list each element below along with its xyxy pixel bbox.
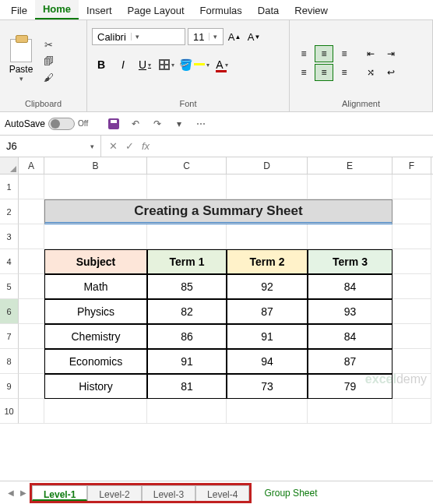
- cell[interactable]: [227, 174, 308, 199]
- row-header[interactable]: 5: [0, 274, 19, 299]
- increase-font-button[interactable]: A▲: [226, 28, 243, 45]
- sheet-tab-level-4[interactable]: Level-4: [195, 485, 249, 501]
- cell[interactable]: [308, 224, 393, 249]
- format-painter-button[interactable]: [40, 71, 56, 85]
- cell[interactable]: [44, 399, 147, 424]
- cell[interactable]: [19, 399, 44, 424]
- cell[interactable]: [147, 399, 227, 424]
- font-name-combo[interactable]: Calibri ▾: [92, 28, 185, 45]
- cell[interactable]: 91: [227, 324, 308, 349]
- increase-indent-button[interactable]: ⇥: [382, 45, 400, 62]
- cell[interactable]: [19, 374, 44, 399]
- row-header[interactable]: 4: [0, 249, 19, 274]
- tab-page-layout[interactable]: Page Layout: [120, 2, 192, 19]
- cell[interactable]: [393, 399, 431, 424]
- cell[interactable]: 79: [308, 374, 393, 399]
- align-center-button[interactable]: ≡: [315, 64, 333, 81]
- row-header[interactable]: 1: [0, 174, 19, 199]
- cell[interactable]: [19, 224, 44, 249]
- cell[interactable]: Economics: [44, 349, 147, 374]
- cell[interactable]: 94: [227, 349, 308, 374]
- cell[interactable]: [19, 249, 44, 274]
- decrease-indent-button[interactable]: ⇤: [361, 45, 380, 62]
- cell[interactable]: [19, 299, 44, 324]
- font-size-combo[interactable]: 11 ▾: [188, 28, 224, 45]
- tab-nav-prev[interactable]: ◀: [5, 488, 17, 497]
- row-header[interactable]: 6: [0, 299, 19, 324]
- fx-label[interactable]: fx: [142, 140, 150, 152]
- row-header[interactable]: 7: [0, 324, 19, 349]
- tab-data[interactable]: Data: [250, 2, 287, 19]
- col-header[interactable]: C: [147, 157, 227, 174]
- align-middle-button[interactable]: ≡: [315, 45, 333, 62]
- row-header[interactable]: 10: [0, 399, 19, 424]
- cut-button[interactable]: [40, 38, 56, 52]
- cell[interactable]: [393, 324, 431, 349]
- tab-home[interactable]: Home: [35, 0, 79, 19]
- fill-color-button[interactable]: 🪣▾: [179, 56, 209, 73]
- qat-more[interactable]: ⋯: [192, 115, 209, 132]
- tab-review[interactable]: Review: [287, 2, 336, 19]
- cell[interactable]: [393, 299, 431, 324]
- cell[interactable]: Term 3: [308, 249, 393, 274]
- cell[interactable]: 92: [227, 274, 308, 299]
- cell[interactable]: [19, 274, 44, 299]
- cell[interactable]: [393, 274, 431, 299]
- cell[interactable]: Math: [44, 274, 147, 299]
- cell[interactable]: Subject: [44, 249, 147, 274]
- row-header[interactable]: 3: [0, 224, 19, 249]
- cell[interactable]: 85: [147, 274, 227, 299]
- cell[interactable]: 93: [308, 299, 393, 324]
- tab-nav-next[interactable]: ▶: [17, 488, 30, 497]
- cell[interactable]: [393, 199, 431, 224]
- cell[interactable]: [19, 349, 44, 374]
- enter-icon[interactable]: [125, 140, 134, 152]
- cell[interactable]: [393, 174, 431, 199]
- font-color-button[interactable]: A▾: [213, 56, 231, 73]
- sheet-tab-level-2[interactable]: Level-2: [87, 485, 141, 501]
- cell[interactable]: [19, 174, 44, 199]
- cell[interactable]: [44, 174, 147, 199]
- cell[interactable]: 91: [147, 349, 227, 374]
- cell[interactable]: 87: [308, 349, 393, 374]
- copy-button[interactable]: [40, 55, 56, 69]
- row-header[interactable]: 2: [0, 199, 19, 224]
- align-right-button[interactable]: ≡: [335, 64, 354, 81]
- sheet-tab-level-3[interactable]: Level-3: [142, 485, 195, 501]
- autosave-toggle[interactable]: AutoSave Off: [5, 118, 88, 130]
- underline-button[interactable]: U▾: [136, 56, 154, 73]
- cell[interactable]: [308, 174, 393, 199]
- row-header[interactable]: 9: [0, 374, 19, 399]
- cell[interactable]: 86: [147, 324, 227, 349]
- cell[interactable]: Creating a Summary Sheet: [44, 199, 393, 224]
- sheet-tab-group[interactable]: Group Sheet: [264, 488, 317, 499]
- cell[interactable]: [19, 199, 44, 224]
- wrap-text-button[interactable]: ↩: [382, 64, 400, 81]
- col-header[interactable]: E: [308, 157, 393, 174]
- cell[interactable]: 84: [308, 274, 393, 299]
- cell[interactable]: [147, 174, 227, 199]
- cell[interactable]: 82: [147, 299, 227, 324]
- cell[interactable]: [227, 224, 308, 249]
- cell[interactable]: [147, 224, 227, 249]
- col-header[interactable]: D: [227, 157, 308, 174]
- italic-button[interactable]: I: [114, 56, 132, 73]
- cell[interactable]: [393, 349, 431, 374]
- row-header[interactable]: 8: [0, 349, 19, 374]
- align-left-button[interactable]: ≡: [294, 64, 313, 81]
- borders-button[interactable]: ▾: [157, 56, 176, 73]
- col-header[interactable]: F: [393, 157, 431, 174]
- cell[interactable]: [308, 399, 393, 424]
- save-button[interactable]: [105, 115, 122, 132]
- cell[interactable]: Chemistry: [44, 324, 147, 349]
- tab-insert[interactable]: Insert: [79, 2, 120, 19]
- tab-formulas[interactable]: Formulas: [192, 2, 250, 19]
- tab-file[interactable]: File: [3, 2, 35, 19]
- cancel-icon[interactable]: [109, 140, 118, 152]
- align-top-button[interactable]: ≡: [294, 45, 313, 62]
- cell[interactable]: 81: [147, 374, 227, 399]
- cell[interactable]: [393, 249, 431, 274]
- col-header[interactable]: B: [44, 157, 147, 174]
- decrease-font-button[interactable]: A▼: [245, 28, 262, 45]
- cell[interactable]: [19, 324, 44, 349]
